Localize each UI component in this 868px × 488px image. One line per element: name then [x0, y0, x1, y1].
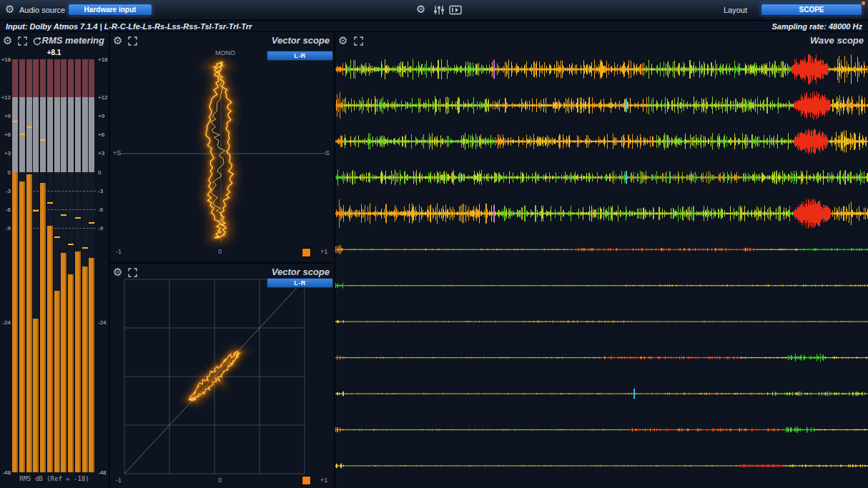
meter-element — [75, 97, 81, 172]
rms-metering-panel: ⚙ RMS metering +8.1 +18+18+12+12+9+9+6+6… — [0, 32, 109, 488]
meter-element — [47, 202, 53, 204]
scale-label: +6 — [98, 131, 109, 138]
meter-element — [19, 59, 25, 97]
scale-label: -24 — [0, 319, 11, 326]
meter-element — [12, 59, 18, 97]
settings-gear-icon[interactable]: ⚙ — [416, 4, 425, 15]
plus-s-label: +S — [113, 149, 121, 156]
meter-element — [40, 97, 46, 172]
meter-element — [61, 214, 66, 216]
meter-element — [26, 126, 32, 128]
meter-element — [19, 134, 25, 135]
meter-element — [40, 139, 46, 141]
audio-source-label: Audio source — [19, 6, 65, 14]
scale-label: 0 — [98, 169, 109, 176]
correlation-indicator — [302, 476, 311, 485]
meter-element — [26, 97, 32, 172]
scale-label: -6 — [0, 206, 11, 213]
meter-element — [19, 181, 25, 472]
x-label-zero: 0 — [218, 248, 222, 255]
meter-element — [75, 59, 81, 97]
scale-label: -3 — [0, 188, 11, 194]
x-label-pos1: +1 — [320, 477, 327, 484]
meter-element — [82, 267, 88, 472]
panel-title: Wave scope — [810, 35, 864, 46]
meter-element — [61, 59, 66, 97]
audio-source-gear-icon[interactable]: ⚙ — [5, 4, 14, 15]
scale-label: +9 — [0, 113, 11, 119]
vector-scope-bottom-panel: ⚙ Vector scope L-R -1 0 +1 — [110, 264, 334, 488]
meter-element — [75, 217, 81, 219]
wave-scope-canvas — [335, 49, 868, 488]
meter-element — [89, 222, 94, 224]
analyzer-app: ⚙ Audio source Hardware input ⚙ Layout S… — [0, 0, 868, 488]
x-label-zero: 0 — [218, 477, 222, 484]
mode-button-lr[interactable]: L-R — [267, 278, 333, 288]
meter-element — [54, 236, 60, 238]
meter-element — [47, 226, 53, 472]
hardware-input-button[interactable]: Hardware input — [68, 4, 152, 16]
layout-button[interactable]: Layout — [724, 6, 747, 14]
meter-element — [26, 174, 32, 472]
scale-label: -9 — [98, 225, 109, 231]
mode-button-lr[interactable]: L-R — [267, 51, 333, 61]
scale-label: +18 — [0, 56, 11, 63]
meter-element — [75, 252, 81, 472]
meter-element — [47, 59, 53, 97]
meter-element — [12, 172, 18, 472]
scale-label: +6 — [0, 131, 11, 138]
meter-element — [54, 59, 60, 97]
meter-element — [82, 59, 88, 97]
scale-label: -3 — [98, 188, 109, 194]
meter-element — [82, 97, 88, 172]
minus-s-label: -S — [323, 149, 330, 156]
scale-label: +12 — [98, 94, 109, 101]
meter-element — [33, 210, 39, 211]
panel-title: RMS metering — [42, 35, 104, 46]
gear-icon[interactable]: ⚙ — [338, 35, 347, 46]
mono-axis-label: MONO — [215, 49, 235, 56]
meter-element — [61, 97, 66, 172]
meter-element — [12, 97, 18, 172]
meter-element — [68, 274, 74, 472]
x-label-neg1: -1 — [116, 477, 122, 484]
rms-peak-readout: +8.1 — [12, 49, 96, 56]
notification-dot — [862, 1, 865, 5]
meter-element — [54, 97, 60, 172]
meter-element — [33, 59, 39, 97]
scale-label: +18 — [98, 56, 109, 63]
meter-element — [82, 247, 88, 249]
vector-scope-display — [110, 32, 334, 262]
info-bar: Input: Dolby Atmos 7.1.4 | L-R-C-Lfe-Ls-… — [0, 21, 868, 32]
input-format-label: Input: Dolby Atmos 7.1.4 | L-R-C-Lfe-Ls-… — [6, 22, 252, 31]
meter-element — [89, 59, 94, 97]
scale-label: +3 — [0, 150, 11, 156]
top-toolbar: ⚙ Audio source Hardware input ⚙ Layout S… — [0, 0, 868, 21]
vector-scope-top-panel: ⚙ Vector scope L-R MONO +S -S -1 0 +1 — [110, 32, 334, 262]
vector-scope-display — [110, 264, 334, 488]
scale-label: +3 — [98, 150, 109, 156]
x-label-pos1: +1 — [320, 248, 327, 255]
scale-label: -24 — [98, 319, 109, 326]
meter-element — [68, 97, 74, 172]
scale-label: -9 — [0, 225, 11, 231]
meter-element — [89, 97, 94, 172]
scale-label: -6 — [98, 206, 109, 213]
meter-element — [33, 97, 39, 172]
meter-element — [68, 59, 74, 97]
rms-meter-bars: +18+18+12+12+9+9+6+6+3+300-3-3-6-6-9-9-2… — [0, 59, 109, 472]
sampling-rate-label: Sampling rate: 48000 Hz — [771, 22, 862, 31]
meter-element — [33, 319, 39, 472]
meter-element — [89, 258, 94, 472]
meter-element — [61, 253, 66, 472]
scope-button[interactable]: SCOPE — [761, 4, 862, 16]
gear-icon[interactable]: ⚙ — [3, 35, 12, 46]
scale-label: +12 — [0, 94, 11, 101]
scale-label: 0 — [0, 169, 11, 176]
meter-element — [12, 121, 18, 122]
rms-footer-label: RMS dB (Ref = -18) — [0, 475, 109, 482]
scale-label: +9 — [98, 113, 109, 119]
meter-element — [54, 291, 60, 472]
meter-element — [68, 244, 74, 245]
wave-scope-panel: ⚙ Wave scope — [335, 32, 868, 488]
